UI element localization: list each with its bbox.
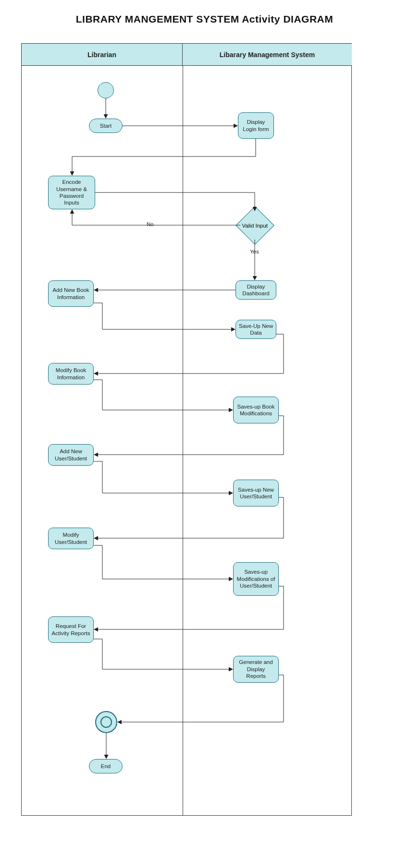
activity-generate-reports: Generate and Display Reports [233, 656, 279, 683]
activity-modify-user: Modify User/Student [48, 528, 94, 549]
activity-end: End [89, 759, 123, 773]
activity-display-dashboard: Display Dashboard [235, 280, 276, 300]
lane-divider [183, 66, 183, 815]
initial-node [98, 82, 114, 98]
activity-request-reports: Request For Activity Reports [48, 616, 94, 643]
activity-save-user-mods: Saves-up Modifications of User/Student [233, 562, 279, 596]
arrow-layer [22, 44, 352, 816]
final-node [95, 711, 117, 733]
activity-modify-book: Modify Book Information [48, 363, 94, 385]
lane-header-librarian: Librarian [22, 44, 183, 66]
activity-add-book: Add New Book Information [48, 280, 94, 307]
activity-display-login: Display Login form [238, 112, 274, 139]
activity-encode-credentials: Encode Username & Password Inputs [48, 176, 95, 209]
activity-save-new-user: Saves-up New User/Student [233, 480, 279, 506]
edge-label-yes: Yes [250, 249, 259, 254]
activity-start: Start [89, 119, 123, 133]
diagram-title: LIBRARY MANGEMENT SYSTEM Activity DIAGRA… [0, 13, 409, 25]
diagram-canvas: Librarian Libarary Management System Sta… [21, 43, 352, 816]
lane-header-system: Libarary Management System [183, 44, 352, 66]
activity-save-new-data: Save-Up New Data [235, 320, 276, 339]
activity-save-book-mods: Saves-up Book Modifications [233, 397, 279, 423]
activity-add-user: Add New User/Student [48, 444, 94, 466]
decision-valid-input: Valid Input [235, 206, 274, 245]
decision-label: Valid Input [242, 223, 268, 229]
edge-label-no: No [147, 221, 154, 227]
